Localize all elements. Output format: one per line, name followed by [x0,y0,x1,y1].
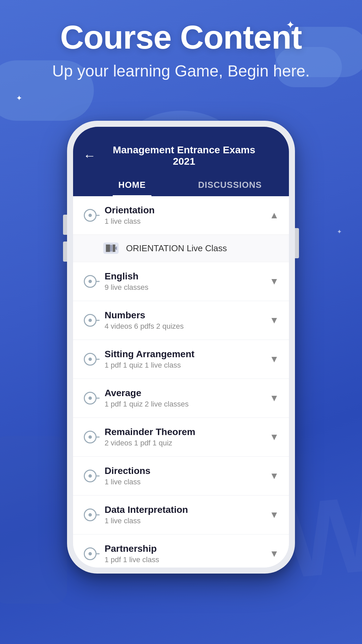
app-content: ← Management Entrance Exams 2021 HOME DI… [73,127,289,568]
chevron-directions: ▼ [269,471,279,481]
course-icon-remainder [83,430,97,444]
chevron-sitting: ▼ [269,354,279,365]
svg-rect-0 [105,244,114,253]
tab-home[interactable]: HOME [83,174,181,196]
tab-discussions[interactable]: DISCUSSIONS [181,174,279,196]
course-icon-data-interpretation [83,508,97,522]
volume-down-button [63,241,67,262]
course-header-numbers[interactable]: Numbers 4 videos 6 pdfs 2 quizes ▼ [73,301,289,339]
app-header-top: ← Management Entrance Exams 2021 [83,144,279,174]
course-icon-circle-numbers [84,314,97,327]
chevron-remainder: ▼ [269,432,279,442]
course-icon-circle-partnership [84,547,97,560]
course-name-average: Average [105,388,269,398]
star-icon-3: ✦ [337,228,342,235]
course-name-english: English [105,271,269,282]
chevron-english: ▼ [269,276,279,287]
course-name-remainder: Remainder Theorem [105,427,269,437]
course-item-partnership: Partnership 1 pdf 1 live class ▼ [73,535,289,568]
course-meta-remainder: 2 videos 1 pdf 1 quiz [105,439,269,447]
sub-item-text-orientation: ORIENTATION Live Class [126,243,227,254]
sub-item-orientation-live[interactable]: ORIENTATION Live Class [73,234,289,262]
course-item-directions: Directions 1 live class ▼ [73,457,289,495]
chevron-partnership: ▼ [269,548,279,559]
course-icon-circle [84,209,97,222]
course-icon-average [83,391,97,405]
phone-inner: ← Management Entrance Exams 2021 HOME DI… [73,127,289,568]
course-info-di: Data Interpretation 1 live class [105,504,269,525]
course-meta-di: 1 live class [105,517,269,525]
course-info-orientation: Orientation 1 live class [105,205,269,226]
course-name-orientation: Orientation [105,205,269,216]
star-icon-2: ✦ [16,94,22,103]
course-icon-circle-directions [84,470,97,482]
course-icon-circle-remainder [84,431,97,443]
course-header-sitting[interactable]: Sitting Arrangement 1 pdf 1 quiz 1 live … [73,340,289,378]
course-meta-average: 1 pdf 1 quiz 2 live classes [105,400,269,409]
chevron-orientation: ▲ [269,210,279,221]
notch [147,127,215,141]
course-meta-sitting: 1 pdf 1 quiz 1 live class [105,361,269,370]
course-meta-numbers: 4 videos 6 pdfs 2 quizes [105,322,269,331]
phone-outer: ← Management Entrance Exams 2021 HOME DI… [67,121,295,574]
video-icon-orientation [103,242,119,254]
course-info-sitting: Sitting Arrangement 1 pdf 1 quiz 1 live … [105,349,269,370]
course-header-directions[interactable]: Directions 1 live class ▼ [73,457,289,495]
course-icon-circle-english [84,275,97,288]
course-icon-orientation [83,208,97,222]
course-item-numbers: Numbers 4 videos 6 pdfs 2 quizes ▼ [73,301,289,339]
chevron-di: ▼ [269,509,279,520]
chevron-numbers: ▼ [269,315,279,326]
back-button[interactable]: ← [83,149,96,163]
course-name-di: Data Interpretation [105,504,269,515]
volume-up-button [63,215,67,235]
course-meta-partnership: 1 pdf 1 live class [105,555,269,564]
course-info-directions: Directions 1 live class [105,466,269,486]
course-icon-circle-di [84,508,97,521]
course-item-sitting: Sitting Arrangement 1 pdf 1 quiz 1 live … [73,340,289,378]
course-icon-sitting [83,352,97,366]
course-header-partnership[interactable]: Partnership 1 pdf 1 live class ▼ [73,535,289,568]
course-item-data-interpretation: Data Interpretation 1 live class ▼ [73,496,289,534]
course-icon-english [83,274,97,288]
course-icon-directions [83,469,97,483]
svg-marker-2 [114,246,117,250]
course-header-orientation[interactable]: Orientation 1 live class ▲ [73,196,289,234]
power-button [295,228,299,258]
course-item-average: Average 1 pdf 1 quiz 2 live classes ▼ [73,379,289,417]
course-info-numbers: Numbers 4 videos 6 pdfs 2 quizes [105,310,269,331]
course-name-numbers: Numbers [105,310,269,321]
course-name-sitting: Sitting Arrangement [105,349,269,360]
header-section: Course Content Up your learning Game, Be… [0,20,362,82]
course-header-average[interactable]: Average 1 pdf 1 quiz 2 live classes ▼ [73,379,289,417]
bg-cactus-left [0,436,67,604]
course-icon-partnership [83,547,97,561]
video-play-icon [103,243,119,254]
main-title: Course Content [27,20,335,55]
course-meta-english: 9 live classes [105,283,269,292]
course-icon-circle-average [84,392,97,405]
course-item-orientation: Orientation 1 live class ▲ [73,196,289,262]
course-info-average: Average 1 pdf 1 quiz 2 live classes [105,388,269,409]
course-meta-orientation: 1 live class [105,217,269,226]
app-title: Management Entrance Exams 2021 [103,144,279,167]
course-info-english: English 9 live classes [105,271,269,292]
phone-mockup: ← Management Entrance Exams 2021 HOME DI… [67,121,295,574]
tab-bar: HOME DISCUSSIONS [83,174,279,196]
course-name-directions: Directions [105,466,269,476]
course-list: Orientation 1 live class ▲ [73,196,289,568]
chevron-average: ▼ [269,393,279,404]
course-name-partnership: Partnership [105,543,269,554]
svg-rect-1 [106,245,112,252]
course-header-data-interpretation[interactable]: Data Interpretation 1 live class ▼ [73,496,289,534]
course-item-remainder: Remainder Theorem 2 videos 1 pdf 1 quiz … [73,418,289,456]
course-info-remainder: Remainder Theorem 2 videos 1 pdf 1 quiz [105,427,269,447]
course-header-remainder[interactable]: Remainder Theorem 2 videos 1 pdf 1 quiz … [73,418,289,456]
sub-title: Up your learning Game, Begin here. [27,61,335,82]
course-header-english[interactable]: English 9 live classes ▼ [73,262,289,301]
course-info-partnership: Partnership 1 pdf 1 live class [105,543,269,564]
course-item-english: English 9 live classes ▼ [73,262,289,301]
course-icon-numbers [83,313,97,327]
course-meta-directions: 1 live class [105,478,269,486]
course-icon-circle-sitting [84,353,97,366]
